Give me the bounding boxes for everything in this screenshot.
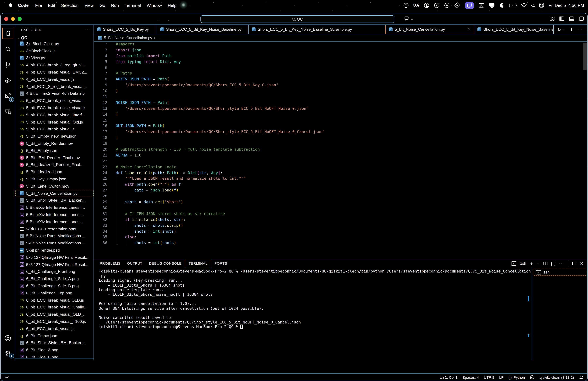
apple-menu-icon[interactable]	[4, 2, 15, 8]
play-app-icon[interactable]	[444, 2, 449, 8]
file-item[interactable]: JS5_bit_ECC_break_visual.js	[15, 126, 94, 133]
file-item[interactable]: {}6_Bit_Empty.json	[15, 332, 94, 339]
folder-root-qc[interactable]: ⌄ QC	[15, 34, 94, 41]
cursor-position[interactable]: Ln 1, Col 1	[440, 375, 458, 379]
activity-accounts[interactable]	[0, 330, 15, 346]
zoom-window-button[interactable]	[18, 17, 21, 21]
file-item[interactable]: ▶5_Bit_Lane_Switch.mov	[15, 183, 94, 190]
navigate-forward-button[interactable]: →	[166, 17, 170, 22]
file-item[interactable]: JS6_bit_ECC_break_visual_Challe...	[15, 304, 94, 311]
file-item[interactable]: Ps5-bit ph render.psd	[15, 247, 94, 254]
outline-section-header[interactable]: › OUTLINE	[15, 358, 94, 361]
indentation[interactable]: Spaces: 4	[462, 375, 479, 379]
activity-extensions[interactable]: 3	[0, 88, 15, 104]
file-item[interactable]: ▶5_Bit_Empty_Render.mov	[15, 140, 94, 147]
panel-tab-ports[interactable]: PORTS	[211, 260, 231, 267]
python-interpreter[interactable]: qiskit1-clean (3.13.2)	[540, 375, 574, 379]
encoding[interactable]: UTF-8	[484, 375, 494, 379]
menu-app-name[interactable]: Code	[15, 3, 32, 8]
file-item[interactable]: JS6_bit_ECC_break_visual OLD.js	[15, 297, 94, 304]
chevron-down-icon[interactable]: ⌄	[411, 17, 413, 20]
menu-edit[interactable]: Edit	[45, 3, 58, 8]
copilot-chat-icon[interactable]	[404, 16, 409, 22]
file-item[interactable]: JS6_bit_ECC_break_visual.js	[15, 325, 94, 332]
panel-tab-output[interactable]: OUTPUT	[124, 260, 146, 267]
file-item[interactable]: 5-Bit arXiv Interference Lanes....	[15, 218, 94, 225]
creative-cloud-icon[interactable]	[403, 2, 409, 8]
menu-selection[interactable]: Selection	[58, 3, 82, 8]
file-item[interactable]: JS5_bit_ECC_break_visual_Old.js	[15, 119, 94, 126]
activity-search[interactable]	[0, 41, 15, 57]
control-center-icon[interactable]	[539, 3, 544, 8]
editor-tab[interactable]: Shors_ECC_5_Bit_Key.py	[94, 25, 157, 34]
display-icon[interactable]	[489, 3, 495, 8]
file-item[interactable]: 5_Bit_Shor_Style_IBM_Backen...	[15, 197, 94, 204]
code-editor[interactable]: 2#Imports3import json4from pathlib impor…	[94, 41, 587, 245]
activity-explorer[interactable]	[0, 25, 15, 41]
editor-tab[interactable]: Shors_ECC_5_Bit_Key_Noise_Baseline_Sc	[474, 25, 554, 34]
panel-tab-terminal[interactable]: TERMINAL	[185, 260, 211, 267]
file-item[interactable]: 5-Bit Noise Runs Modifications ...	[15, 240, 94, 247]
ua-status-text[interactable]: UA	[413, 3, 419, 7]
file-item[interactable]: 3js Bloch Clock.py	[15, 41, 94, 47]
activity-settings[interactable]: ⚙ 1	[0, 346, 15, 361]
file-item[interactable]: JS3jsBlochClock.js	[15, 47, 94, 55]
toggle-primary-sidebar-icon[interactable]	[559, 16, 565, 22]
run-python-file-button[interactable]: ▷ ⌄	[558, 27, 565, 32]
screen-mirroring-icon[interactable]	[465, 2, 474, 9]
file-item[interactable]: 5x5 127 QImage HW Final Resul...	[15, 254, 94, 261]
editor-tab[interactable]: 5_Bit_Noise_Cancellation.py✕	[385, 25, 474, 34]
file-item[interactable]: 5_Bit_Noise_Cancellation.py	[15, 190, 94, 197]
editor-more-actions-icon[interactable]: ···	[578, 27, 583, 32]
menu-file[interactable]: File	[32, 3, 45, 8]
diamond-ua-icon[interactable]	[454, 2, 460, 8]
split-terminal-icon[interactable]	[543, 261, 547, 265]
focus-moon-icon[interactable]	[499, 3, 504, 8]
language-mode[interactable]: { } Python	[508, 375, 525, 379]
battery-icon[interactable]: ⚡	[509, 3, 516, 7]
editor-tab[interactable]: Shors_ECC_5_Bit_Key_Noise_Baseline.py	[157, 25, 249, 34]
eol-sequence[interactable]: LF	[499, 375, 504, 379]
activity-chat[interactable]	[0, 104, 15, 120]
droplet-app-icon[interactable]	[424, 2, 429, 8]
chevron-down-icon[interactable]: ⌄	[537, 262, 539, 265]
file-item[interactable]: 6_Bit_Challenge_Side_B.png	[15, 282, 94, 289]
file-item[interactable]: JS4_bit_ECC_break_visual_EMC2...	[15, 69, 94, 76]
file-item[interactable]: JS5_bit_ECC_break_noise_visual...	[15, 97, 94, 104]
file-item[interactable]: JS4_bit_ECC_break_visual.js	[15, 76, 94, 83]
menu-window[interactable]: Window	[144, 3, 165, 8]
command-center-search[interactable]: QC	[200, 15, 394, 23]
activity-run-debug[interactable]	[0, 73, 15, 88]
minimize-window-button[interactable]	[11, 17, 15, 21]
file-item[interactable]: {}5_Bit_Empty_new_new.json	[15, 133, 94, 140]
menu-terminal[interactable]: Terminal	[122, 3, 144, 8]
toggle-panel-icon[interactable]	[569, 16, 574, 22]
explorer-more-icon[interactable]: ···	[85, 27, 90, 32]
panel-tab-debug-console[interactable]: DEBUG CONSOLE	[146, 260, 185, 267]
menu-go[interactable]: Go	[97, 3, 108, 8]
menu-help[interactable]: Help	[165, 3, 180, 8]
menu-view[interactable]: View	[82, 3, 97, 8]
file-item[interactable]: ▶5_Bit_Idealized_Render_Final....	[15, 161, 94, 168]
file-item[interactable]: {}5_Bit_Key_Empty.json	[15, 176, 94, 183]
file-item[interactable]: ▶5_Bit_IBM_Render_Final.mov	[15, 154, 94, 161]
close-panel-icon[interactable]: ✕	[580, 261, 583, 266]
navigate-back-button[interactable]: ←	[156, 17, 161, 22]
editor-scrollbar[interactable]	[583, 43, 587, 70]
breadcrumb-more[interactable]: ...	[157, 36, 160, 40]
kill-terminal-icon[interactable]	[551, 262, 555, 266]
keyboard-brightness-icon[interactable]	[478, 3, 484, 8]
file-item[interactable]: 6_Bit_Challenge_Front.png	[15, 268, 94, 275]
openai-icon[interactable]	[434, 2, 439, 8]
toggle-secondary-sidebar-icon[interactable]	[579, 16, 584, 22]
activity-source-control[interactable]	[0, 57, 15, 73]
file-item[interactable]: JS4_bit_ECC_break_3_reg_qft_vi...	[15, 61, 94, 69]
file-item[interactable]: JS5_bit_ECC_break_noise_visual.js	[15, 104, 94, 111]
maximize-panel-icon[interactable]	[572, 261, 576, 265]
close-window-button[interactable]	[4, 17, 8, 21]
file-item[interactable]: 4-Bit E = mc2 Final Run Data.zip	[15, 90, 94, 97]
file-item[interactable]: {}5_Bit_Idealized.json	[15, 168, 94, 176]
editor-tab[interactable]: Shors_ECC_5_Bit_Key_Noise_Baseline_Scram…	[249, 25, 385, 34]
panel-tab-problems[interactable]: PROBLEMS	[96, 260, 124, 267]
file-item[interactable]: 6_Bit_Shor_Style_IBM_Backen...	[15, 339, 94, 346]
